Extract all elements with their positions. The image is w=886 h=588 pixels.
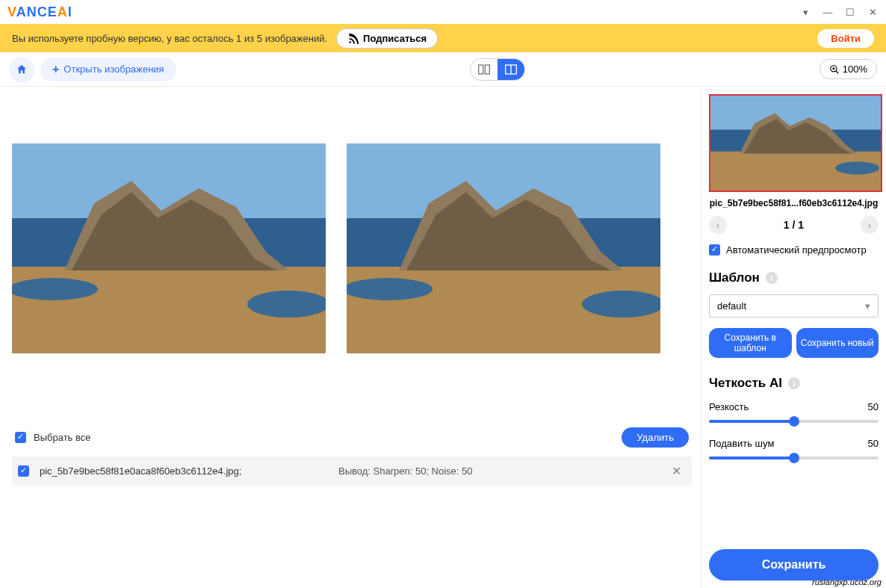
auto-preview-row[interactable]: Автоматический предпросмотр — [707, 241, 880, 266]
minimize-icon[interactable]: — — [822, 6, 834, 18]
thumbnail[interactable] — [709, 94, 882, 192]
thumbnail-wrap — [707, 93, 880, 194]
images-row — [12, 143, 692, 375]
svg-point-14 — [12, 278, 98, 300]
sharpness-label: Резкость — [709, 401, 749, 412]
sidebar: pic_5b7e9bec58f81...f60eb3c6112e4.jpg ‹ … — [701, 87, 886, 588]
zoom-in-icon — [829, 64, 840, 75]
home-button[interactable] — [9, 57, 34, 82]
info-icon[interactable]: i — [766, 272, 778, 284]
title-bar: VANCEAI ▾ — ☐ ✕ — [0, 0, 886, 24]
window-menu-icon[interactable]: ▾ — [799, 6, 811, 18]
zoom-label: 100% — [843, 64, 867, 75]
save-button[interactable]: Сохранить — [709, 549, 879, 581]
split-icon — [505, 64, 517, 75]
watermark: ruslangxp.ucoz.org — [812, 578, 882, 587]
zoom-button[interactable]: 100% — [820, 59, 877, 79]
home-icon — [16, 64, 28, 75]
view-side-by-side-button[interactable] — [471, 59, 498, 80]
file-remove-icon[interactable]: ✕ — [667, 464, 686, 478]
subscribe-button[interactable]: Подписаться — [336, 28, 438, 49]
select-all-checkbox[interactable] — [15, 432, 26, 443]
info-icon[interactable]: i — [788, 377, 800, 389]
svg-line-5 — [835, 70, 838, 73]
thumbnail-filename: pic_5b7e9bec58f81...f60eb3c6112e4.jpg — [707, 194, 880, 213]
delete-button[interactable]: Удалить — [622, 427, 689, 448]
svg-rect-1 — [486, 65, 490, 74]
image-after — [347, 143, 660, 353]
svg-point-27 — [835, 161, 879, 174]
maximize-icon[interactable]: ☐ — [844, 6, 856, 18]
svg-point-20 — [582, 291, 660, 318]
subscribe-label: Подписаться — [363, 33, 427, 44]
main-area: Выбрать все Удалить pic_5b7e9bec58f81e0a… — [0, 87, 886, 588]
select-all-label: Выбрать все — [34, 432, 90, 443]
template-section-title: Шаблон i — [707, 266, 880, 293]
window-controls: ▾ — ☐ ✕ — [799, 6, 879, 18]
open-images-button[interactable]: + Открыть изображения — [40, 58, 176, 81]
pager: ‹ 1 / 1 › — [707, 213, 880, 241]
sharpness-slider[interactable] — [709, 420, 879, 423]
sharpness-slider-thumb[interactable] — [789, 416, 799, 427]
denoise-label: Подавить шум — [709, 438, 774, 449]
auto-preview-checkbox[interactable] — [709, 244, 720, 256]
denoise-slider[interactable] — [709, 457, 879, 459]
rss-icon — [347, 33, 359, 44]
side-by-side-icon — [478, 64, 490, 75]
svg-point-21 — [347, 278, 433, 300]
filelist-header: Выбрать все Удалить — [12, 427, 692, 454]
auto-preview-label: Автоматический предпросмотр — [726, 244, 867, 256]
file-checkbox[interactable] — [18, 465, 29, 477]
image-before — [12, 143, 326, 353]
sharpness-section-title: Четкость AI i — [707, 371, 880, 398]
open-images-label: Открыть изображения — [63, 64, 164, 75]
app-logo: VANCEAI — [7, 4, 72, 20]
template-select-value: default — [717, 300, 746, 312]
denoise-value: 50 — [868, 438, 879, 449]
trial-text: Вы используете пробную версию, у вас ост… — [12, 33, 327, 44]
pager-next-button[interactable]: › — [861, 216, 879, 234]
denoise-slider-thumb[interactable] — [789, 453, 799, 463]
sharpness-slider-row: Резкость 50 — [707, 398, 880, 435]
trial-banner: Вы используете пробную версию, у вас ост… — [0, 24, 886, 52]
denoise-slider-row: Подавить шум 50 — [707, 435, 880, 471]
pager-prev-button[interactable]: ‹ — [709, 216, 727, 234]
view-toggle — [470, 58, 525, 81]
svg-rect-0 — [479, 65, 483, 74]
pager-text: 1 / 1 — [784, 219, 804, 231]
chevron-down-icon: ▾ — [865, 300, 870, 312]
file-output: Вывод: Sharpen: 50; Noise: 50 — [338, 465, 667, 477]
file-row: pic_5b7e9bec58f81e0aca8f60eb3c6112e4.jpg… — [12, 457, 692, 486]
toolbar: + Открыть изображения 100% — [0, 52, 886, 87]
select-all-row[interactable]: Выбрать все — [15, 432, 90, 443]
sharpness-value: 50 — [868, 401, 879, 412]
workspace: Выбрать все Удалить pic_5b7e9bec58f81e0a… — [0, 87, 701, 588]
file-name: pic_5b7e9bec58f81e0aca8f60eb3c6112e4.jpg… — [40, 465, 338, 477]
save-template-button[interactable]: Сохранить в шаблон — [709, 328, 792, 358]
save-new-template-button[interactable]: Сохранить новый — [796, 328, 879, 358]
login-button[interactable]: Войти — [817, 29, 874, 48]
template-select[interactable]: default ▾ — [709, 294, 879, 318]
close-icon[interactable]: ✕ — [867, 6, 879, 18]
view-split-button[interactable] — [498, 59, 524, 80]
svg-point-13 — [247, 291, 326, 318]
plus-icon: + — [52, 63, 59, 76]
